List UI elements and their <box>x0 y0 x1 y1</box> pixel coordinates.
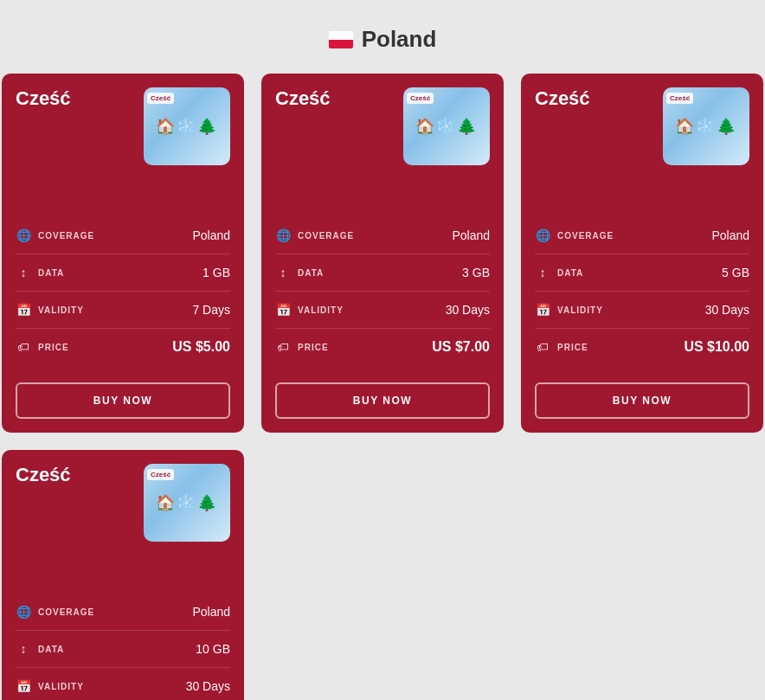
coverage-left: 🌐 COVERAGE <box>16 604 94 620</box>
coverage-icon: 🌐 <box>535 228 550 243</box>
page-title: Poland <box>362 26 437 53</box>
data-icon: ↕ <box>16 641 31 657</box>
validity-label: VALIDITY <box>38 682 84 691</box>
data-icon: ↕ <box>275 265 291 280</box>
data-left: ↕ DATA <box>16 641 64 657</box>
coverage-row: 🌐 COVERAGE Poland <box>535 217 749 254</box>
price-value: US $5.00 <box>172 339 230 355</box>
validity-row: 📅 VALIDITY 7 Days <box>16 292 230 329</box>
card-image <box>144 87 230 165</box>
plans-grid: Cześć 🌐 COVERAGE Poland ↕ DATA <box>2 74 763 433</box>
validity-left: 📅 VALIDITY <box>535 302 603 318</box>
plan-card: Cześć 🌐 COVERAGE Poland ↕ DATA <box>521 74 763 433</box>
coverage-value: Poland <box>192 228 230 242</box>
data-row: ↕ DATA 1 GB <box>16 254 230 292</box>
data-left: ↕ DATA <box>16 265 64 280</box>
validity-label: VALIDITY <box>557 305 603 315</box>
coverage-row: 🌐 COVERAGE Poland <box>16 217 230 254</box>
coverage-value: Poland <box>192 605 230 619</box>
validity-value: 30 Days <box>446 303 490 317</box>
coverage-label: COVERAGE <box>38 231 94 241</box>
card-title: Cześć <box>16 464 71 486</box>
data-label: DATA <box>557 268 583 278</box>
card-header: Cześć <box>16 464 230 542</box>
card-header: Cześć <box>535 87 749 165</box>
validity-row: 📅 VALIDITY 30 Days <box>535 292 749 329</box>
card-header: Cześć <box>16 87 230 165</box>
plan-card: Cześć 🌐 COVERAGE Poland ↕ DATA <box>2 450 244 700</box>
data-value: 1 GB <box>202 266 230 279</box>
data-label: DATA <box>38 645 64 654</box>
data-value: 10 GB <box>196 642 230 656</box>
price-value: US $10.00 <box>684 339 749 355</box>
buy-now-button[interactable]: BUY NOW <box>16 382 230 419</box>
coverage-label: COVERAGE <box>557 231 614 241</box>
price-left: 🏷 PRICE <box>16 339 69 355</box>
validity-icon: 📅 <box>535 302 550 318</box>
bottom-row: Cześć 🌐 COVERAGE Poland ↕ DATA <box>2 450 763 700</box>
data-icon: ↕ <box>535 265 550 280</box>
validity-icon: 📅 <box>275 302 291 318</box>
data-left: ↕ DATA <box>535 265 583 280</box>
data-row: ↕ DATA 5 GB <box>535 254 749 292</box>
card-details: 🌐 COVERAGE Poland ↕ DATA 5 GB 📅 VALIDI <box>535 217 749 365</box>
validity-icon: 📅 <box>16 302 31 318</box>
data-label: DATA <box>38 268 64 278</box>
price-icon: 🏷 <box>16 339 31 355</box>
card-illustration <box>144 464 230 542</box>
price-row: 🏷 PRICE US $7.00 <box>275 329 490 365</box>
coverage-icon: 🌐 <box>275 228 291 243</box>
data-left: ↕ DATA <box>275 265 324 280</box>
coverage-label: COVERAGE <box>38 607 94 617</box>
validity-label: VALIDITY <box>38 305 84 315</box>
coverage-icon: 🌐 <box>16 604 31 620</box>
card-image <box>144 464 230 542</box>
validity-left: 📅 VALIDITY <box>16 302 84 318</box>
card-illustration <box>144 87 230 165</box>
price-value: US $7.00 <box>432 339 490 355</box>
coverage-row: 🌐 COVERAGE Poland <box>16 594 230 631</box>
coverage-left: 🌐 COVERAGE <box>275 228 354 243</box>
validity-value: 7 Days <box>192 303 230 317</box>
coverage-label: COVERAGE <box>298 231 354 241</box>
coverage-left: 🌐 COVERAGE <box>16 228 94 243</box>
plan-card: Cześć 🌐 COVERAGE Poland ↕ DATA <box>261 74 504 433</box>
price-left: 🏷 PRICE <box>535 339 588 355</box>
data-row: ↕ DATA 3 GB <box>275 254 490 292</box>
validity-row: 📅 VALIDITY 30 Days <box>16 668 230 700</box>
validity-left: 📅 VALIDITY <box>16 678 84 694</box>
buy-now-button[interactable]: BUY NOW <box>535 382 749 419</box>
validity-value: 30 Days <box>186 679 230 693</box>
price-label: PRICE <box>38 343 69 352</box>
card-image <box>403 87 490 165</box>
price-label: PRICE <box>298 343 329 352</box>
data-label: DATA <box>298 268 324 278</box>
validity-label: VALIDITY <box>298 305 344 315</box>
data-icon: ↕ <box>16 265 31 280</box>
card-header: Cześć <box>275 87 490 165</box>
card-title: Cześć <box>275 87 331 110</box>
price-icon: 🏷 <box>535 339 550 355</box>
data-value: 5 GB <box>722 266 749 279</box>
buy-now-button[interactable]: BUY NOW <box>275 382 490 419</box>
price-row: 🏷 PRICE US $10.00 <box>535 329 749 365</box>
validity-row: 📅 VALIDITY 30 Days <box>275 292 490 329</box>
data-row: ↕ DATA 10 GB <box>16 631 230 668</box>
card-details: 🌐 COVERAGE Poland ↕ DATA 10 GB 📅 VALID <box>16 594 230 700</box>
coverage-value: Poland <box>452 228 490 242</box>
validity-icon: 📅 <box>16 678 31 694</box>
validity-value: 30 Days <box>705 303 749 317</box>
page-header: Poland <box>329 26 437 53</box>
coverage-value: Poland <box>711 228 749 242</box>
price-icon: 🏷 <box>275 339 291 355</box>
price-label: PRICE <box>557 343 588 352</box>
flag-icon <box>329 31 353 48</box>
card-title: Cześć <box>535 87 590 110</box>
card-title: Cześć <box>16 87 71 110</box>
card-details: 🌐 COVERAGE Poland ↕ DATA 1 GB 📅 VALIDI <box>16 217 230 365</box>
plan-card: Cześć 🌐 COVERAGE Poland ↕ DATA <box>2 74 244 433</box>
card-illustration <box>663 87 749 165</box>
coverage-left: 🌐 COVERAGE <box>535 228 614 243</box>
validity-left: 📅 VALIDITY <box>275 302 344 318</box>
price-row: 🏷 PRICE US $5.00 <box>16 329 230 365</box>
